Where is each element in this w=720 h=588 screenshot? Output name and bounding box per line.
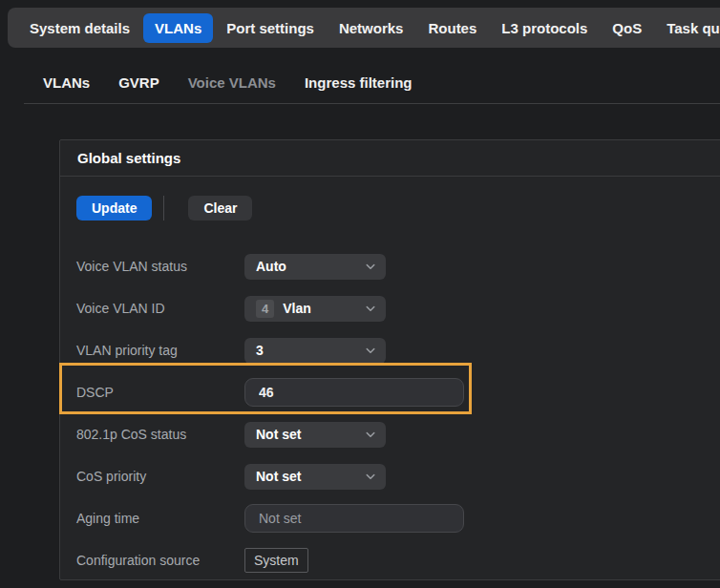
subtab-ingress-filtering[interactable]: Ingress filtering — [305, 74, 413, 91]
top-navigation-bar: System details VLANs Port settings Netwo… — [8, 8, 720, 48]
update-button[interactable]: Update — [76, 196, 152, 220]
field-row-voice-vlan-id: Voice VLAN ID 4 Vlan — [60, 287, 720, 329]
panel-header: Global settings — [60, 140, 720, 177]
vlan-subtabs: VLANs GVRP Voice VLANs Ingress filtering — [43, 74, 412, 91]
clear-button[interactable]: Clear — [188, 196, 252, 220]
button-separator — [163, 196, 164, 220]
global-settings-panel: Global settings Update Clear Voice VLAN … — [59, 139, 720, 580]
cos-status-select[interactable]: Not set — [244, 422, 386, 448]
nav-item-qos[interactable]: QoS — [601, 13, 653, 43]
field-label: CoS priority — [76, 469, 244, 484]
subtabs-divider — [24, 103, 720, 104]
field-row-8021p-cos-status: 802.1p CoS status Not set — [60, 413, 720, 455]
field-label: Aging time — [76, 511, 244, 526]
select-value: Auto — [256, 259, 365, 274]
nav-item-l3-protocols[interactable]: L3 protocols — [490, 13, 599, 43]
field-row-voice-vlan-status: Voice VLAN status Auto — [60, 245, 720, 287]
nav-item-system-details[interactable]: System details — [18, 13, 141, 43]
chevron-down-icon — [365, 429, 376, 440]
field-label: Configuration source — [76, 553, 244, 568]
field-row-dscp: DSCP — [60, 371, 720, 413]
field-label: Voice VLAN ID — [76, 301, 244, 316]
field-row-configuration-source: Configuration source System — [60, 539, 720, 581]
select-value: Not set — [256, 427, 365, 442]
aging-time-input[interactable] — [244, 504, 464, 533]
nav-item-vlans[interactable]: VLANs — [143, 13, 213, 43]
field-label: VLAN priority tag — [76, 343, 244, 358]
select-value: Not set — [256, 469, 365, 484]
voice-vlan-status-select[interactable]: Auto — [244, 254, 386, 280]
field-label: DSCP — [76, 385, 244, 400]
chevron-down-icon — [365, 471, 376, 482]
chevron-down-icon — [365, 261, 376, 272]
field-label: Voice VLAN status — [76, 259, 244, 274]
vlan-priority-tag-select[interactable]: 3 — [244, 338, 386, 364]
field-label: 802.1p CoS status — [76, 427, 244, 442]
voice-vlan-id-select[interactable]: 4 Vlan — [244, 296, 386, 322]
nav-item-task-queue[interactable]: Task queue — [655, 13, 720, 43]
panel-actions: Update Clear — [76, 196, 720, 220]
nav-item-networks[interactable]: Networks — [328, 13, 415, 43]
subtab-vlans[interactable]: VLANs — [43, 74, 90, 91]
field-row-vlan-priority-tag: VLAN priority tag 3 — [60, 329, 720, 371]
chevron-down-icon — [365, 345, 376, 356]
subtab-voice-vlans[interactable]: Voice VLANs — [188, 74, 276, 91]
panel-title: Global settings — [77, 150, 180, 166]
select-value: 3 — [256, 343, 365, 358]
subtab-gvrp[interactable]: GVRP — [118, 74, 159, 91]
field-row-aging-time: Aging time — [60, 497, 720, 539]
dscp-input[interactable] — [244, 378, 464, 407]
nav-item-routes[interactable]: Routes — [416, 13, 488, 43]
vlan-id-badge: 4 — [256, 300, 274, 318]
configuration-source-badge: System — [244, 548, 308, 573]
global-settings-form: Voice VLAN status Auto Voice VLAN ID 4 V… — [60, 245, 720, 581]
field-row-cos-priority: CoS priority Not set — [60, 455, 720, 497]
chevron-down-icon — [365, 303, 376, 314]
cos-priority-select[interactable]: Not set — [244, 464, 386, 490]
nav-item-port-settings[interactable]: Port settings — [215, 13, 326, 43]
select-value: Vlan — [283, 301, 365, 316]
